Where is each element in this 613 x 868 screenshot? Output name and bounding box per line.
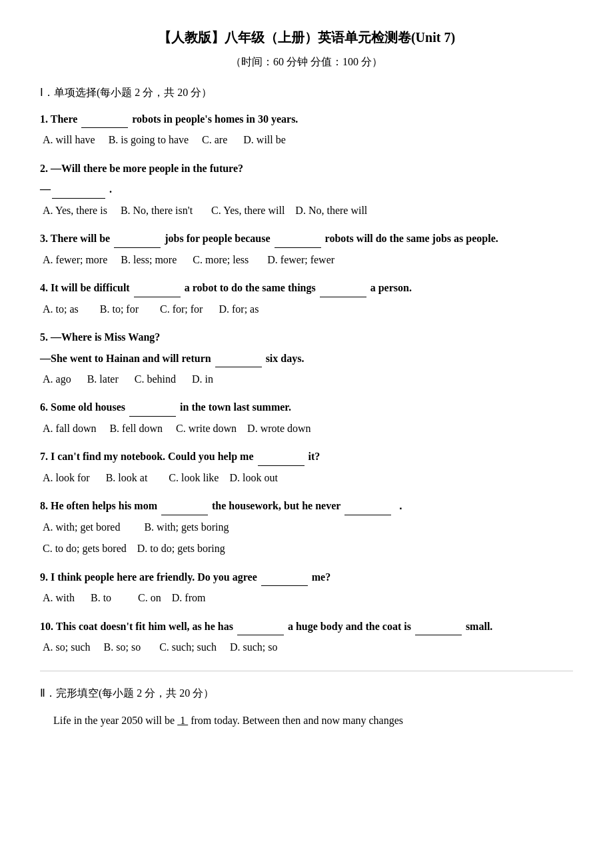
question-2: 2. —Will there be more people in the fut… (40, 159, 573, 220)
question-2-options: A. Yes, there is B. No, there isn't C. Y… (40, 201, 573, 221)
question-10: 10. This coat doesn't fit him well, as h… (40, 617, 573, 657)
question-10-options: A. so; such B. so; so C. such; such D. s… (40, 638, 573, 657)
question-5-text2: —She went to Hainan and will return six … (40, 349, 573, 367)
question-5-options: A. ago B. later C. behind D. in (40, 370, 573, 389)
question-6-text: 6. Some old houses in the town last summ… (40, 398, 573, 416)
question-9: 9. I think people here are friendly. Do … (40, 568, 573, 608)
question-7-text: 7. I can't find my notebook. Could you h… (40, 447, 573, 465)
section-divider (40, 671, 573, 671)
question-1-text: 1. There robots in people's homes in 30 … (40, 110, 573, 128)
question-2-text: 2. —Will there be more people in the fut… (40, 159, 573, 177)
question-7-options: A. look for B. look at C. look like D. l… (40, 469, 573, 488)
question-1-options: A. will have B. is going to have C. are … (40, 131, 573, 150)
question-2-text2: — . (40, 180, 573, 198)
question-5-text: 5. —Where is Miss Wang? (40, 328, 573, 346)
question-3-text: 3. There will be jobs for people because… (40, 229, 573, 247)
section1-header: Ⅰ．单项选择(每小题 2 分，共 20 分） (40, 84, 573, 101)
question-7: 7. I can't find my notebook. Could you h… (40, 447, 573, 487)
question-1: 1. There robots in people's homes in 30 … (40, 110, 573, 150)
subtitle: （时间：60 分钟 分值：100 分） (40, 53, 573, 71)
question-3: 3. There will be jobs for people because… (40, 229, 573, 269)
question-10-text: 10. This coat doesn't fit him well, as h… (40, 617, 573, 635)
question-3-options: A. fewer; more B. less; more C. more; le… (40, 251, 573, 270)
question-4-text: 4. It will be difficult a robot to do th… (40, 279, 573, 297)
question-6-options: A. fall down B. fell down C. write down … (40, 419, 573, 439)
question-4-options: A. to; as B. to; for C. for; for D. for;… (40, 300, 573, 319)
question-4: 4. It will be difficult a robot to do th… (40, 279, 573, 319)
question-8-options2: C. to do; gets bored D. to do; gets bori… (40, 539, 573, 559)
question-8-options1: A. with; get bored B. with; gets boring (40, 518, 573, 537)
question-9-options: A. with B. to C. on D. from (40, 589, 573, 608)
question-8-text: 8. He often helps his mom the housework,… (40, 497, 573, 515)
cloze-intro: Life in the year 2050 will be 1 from tod… (40, 711, 573, 731)
question-5: 5. —Where is Miss Wang? —She went to Hai… (40, 328, 573, 389)
question-9-text: 9. I think people here are friendly. Do … (40, 568, 573, 586)
section2-header: Ⅱ．完形填空(每小题 2 分，共 20 分） (40, 685, 573, 702)
question-6: 6. Some old houses in the town last summ… (40, 398, 573, 438)
page-title: 【人教版】八年级（上册）英语单元检测卷(Unit 7) (40, 27, 573, 48)
question-8: 8. He often helps his mom the housework,… (40, 497, 573, 559)
